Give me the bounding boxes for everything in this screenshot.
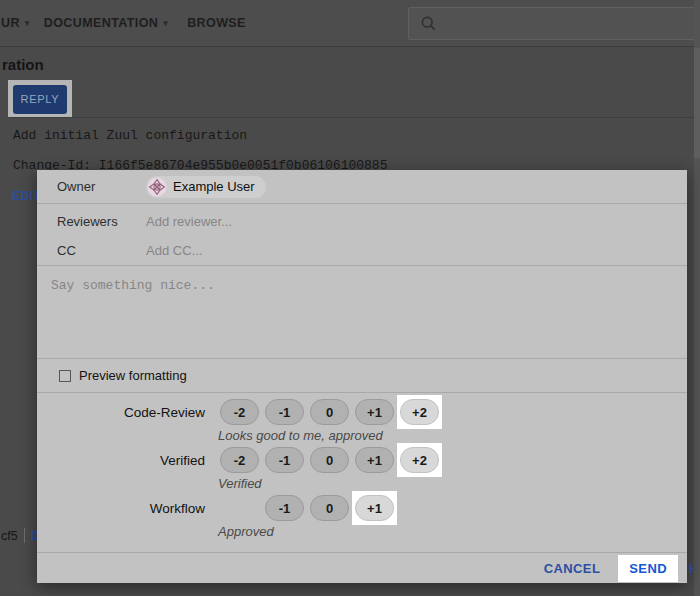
verified-label: Verified [37, 453, 205, 468]
workflow-vote-minus1[interactable]: -1 [265, 495, 304, 521]
workflow-label: Workflow [37, 501, 205, 516]
change-title: ration [2, 56, 44, 73]
code-review-label: Code-Review [37, 405, 205, 420]
search-box [408, 7, 695, 40]
search-icon [420, 15, 437, 32]
cancel-button[interactable]: CANCEL [538, 555, 607, 582]
code-review-vote-minus2[interactable]: -2 [220, 399, 259, 425]
code-review-vote-plus1[interactable]: +1 [355, 399, 394, 425]
owner-chip[interactable]: Example User [146, 176, 266, 198]
nav-documentation-menu[interactable]: DOCUMENTATION ▾ [44, 16, 168, 30]
cc-row: CC [57, 236, 687, 265]
reviewers-label: Reviewers [57, 214, 146, 229]
nav-documentation-label: DOCUMENTATION [44, 16, 158, 30]
workflow-row: Workflow -1 0 +1 [37, 491, 687, 525]
reply-button[interactable]: REPLY [13, 85, 67, 114]
verified-vote-minus1[interactable]: -1 [265, 447, 304, 473]
preview-formatting-checkbox[interactable] [59, 370, 71, 382]
dialog-action-bar: CANCEL SEND [37, 552, 687, 583]
add-cc-input[interactable] [146, 236, 687, 265]
preview-formatting-row: Preview formatting [37, 359, 687, 393]
preview-formatting-label: Preview formatting [79, 368, 187, 383]
review-message-textarea[interactable] [37, 266, 687, 358]
code-review-vote-0[interactable]: 0 [310, 399, 349, 425]
verified-vote-plus2[interactable]: +2 [400, 447, 439, 473]
commit-message-line: Add initial Zuul configuration [13, 128, 247, 143]
reply-button-spotlight: REPLY [8, 80, 72, 118]
verified-vote-minus2[interactable]: -2 [220, 447, 259, 473]
nav-browse-link[interactable]: BROWSE [187, 16, 246, 30]
commit-hash-fragment: cf5 [1, 529, 18, 543]
chevron-down-icon: ▾ [163, 19, 168, 28]
screen: UR ▾ DOCUMENTATION ▾ BROWSE ration REPLY… [0, 0, 700, 596]
workflow-vote-0[interactable]: 0 [310, 495, 349, 521]
send-button-spotlight: SEND [618, 555, 678, 582]
top-navigation-bar: UR ▾ DOCUMENTATION ▾ BROWSE [0, 0, 700, 47]
code-review-plus2-spotlight: +2 [397, 395, 442, 429]
send-button[interactable]: SEND [618, 555, 678, 582]
nav-your-menu[interactable]: UR ▾ [1, 16, 30, 30]
workflow-plus1-spotlight: +1 [352, 491, 397, 525]
nav-browse-label: BROWSE [187, 16, 246, 30]
add-reviewer-input[interactable] [146, 207, 687, 236]
verified-plus2-spotlight: +2 [397, 443, 442, 477]
review-message-section [37, 266, 687, 359]
reply-dialog: Owner Example User Reviewers [37, 170, 687, 583]
nav-your-label: UR [1, 16, 20, 30]
avatar [147, 177, 167, 197]
patchset-footer: cf5 D [1, 528, 40, 543]
verified-vote-plus1[interactable]: +1 [355, 447, 394, 473]
verified-description: Verified [218, 477, 687, 491]
owner-name: Example User [173, 179, 255, 194]
code-review-vote-plus2[interactable]: +2 [400, 399, 439, 425]
verified-vote-0[interactable]: 0 [310, 447, 349, 473]
code-review-row: Code-Review -2 -1 0 +1 +2 [37, 395, 687, 429]
footer-divider [24, 528, 25, 543]
cc-label: CC [57, 243, 146, 258]
owner-row: Owner Example User [37, 170, 687, 204]
reviewers-row: Reviewers [57, 207, 687, 236]
owner-label: Owner [57, 179, 146, 194]
workflow-buttons: -1 0 +1 [262, 491, 397, 525]
workflow-vote-plus1[interactable]: +1 [355, 495, 394, 521]
code-review-vote-minus1[interactable]: -1 [265, 399, 304, 425]
search-input[interactable] [437, 8, 694, 39]
scrollbar-track[interactable] [694, 0, 700, 596]
verified-row: Verified -2 -1 0 +1 +2 [37, 443, 687, 477]
labels-voting-section: Code-Review -2 -1 0 +1 +2 Looks good to … [37, 393, 687, 552]
verified-buttons: -2 -1 0 +1 +2 [217, 443, 442, 477]
code-review-buttons: -2 -1 0 +1 +2 [217, 395, 442, 429]
chevron-down-icon: ▾ [25, 19, 30, 28]
code-review-description: Looks good to me, approved [218, 429, 687, 443]
section-divider [8, 117, 694, 118]
workflow-description: Approved [218, 525, 687, 539]
scrollbar-thumb[interactable] [694, 48, 700, 158]
reviewers-section: Reviewers CC [37, 204, 687, 266]
